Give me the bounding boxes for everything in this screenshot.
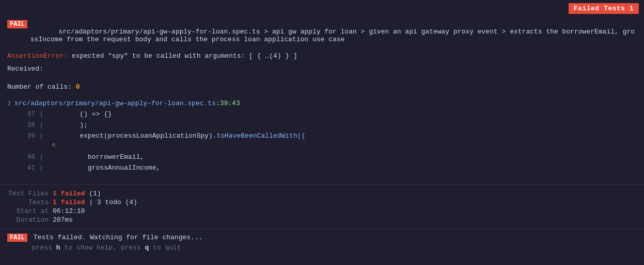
summary-start-at-label: Start at	[7, 207, 49, 215]
line-number-41: 41	[23, 163, 39, 174]
line-pipe-38: |	[39, 120, 43, 131]
fail-header-line: FAIL src/adaptors/primary/api-gw-apply-f…	[7, 20, 637, 51]
line-pipe-41: |	[39, 163, 43, 174]
colon-separator: :	[216, 100, 220, 107]
number-of-calls-label: Number of calls:	[7, 83, 76, 91]
summary-tests-label: Tests	[7, 198, 49, 206]
summary-test-files-value: 1 failed (1)	[53, 190, 101, 197]
press-hint-line: press h to show help, press q to quit	[32, 244, 637, 252]
line-number-38: 38	[23, 120, 39, 131]
caret-content: ^	[52, 141, 56, 152]
line-pipe-40: |	[39, 152, 43, 163]
fail-badge: FAIL	[7, 20, 27, 28]
summary-start-at: Start at 06:12:10	[7, 207, 637, 215]
code-line-38: 38 | );	[23, 120, 637, 131]
line-number-39: 39	[23, 131, 39, 142]
summary-duration: Duration 207ms	[7, 216, 637, 224]
summary-test-files: Test Files 1 failed (1)	[7, 190, 637, 197]
code-content-40: borrowerEmail,	[48, 152, 144, 163]
press-hint-suffix: to quit	[149, 244, 181, 252]
summary-start-at-value: 06:12:10	[53, 207, 85, 215]
summary-section: Test Files 1 failed (1) Tests 1 failed |…	[0, 190, 644, 224]
press-hint-prefix: press	[32, 244, 56, 252]
chevron-right-icon: ❯	[7, 99, 11, 107]
divider	[0, 184, 644, 185]
summary-duration-label: Duration	[7, 216, 49, 224]
number-of-calls-line: Number of calls: 0	[7, 83, 637, 91]
summary-test-files-label: Test Files	[7, 190, 49, 197]
failed-tests-badge: Failed Tests 1	[569, 3, 639, 14]
file-location-line: ❯ src/adaptors/primary/api-gw-apply-for-…	[7, 99, 637, 107]
footer-section: FAIL Tests failed. Watching for file cha…	[0, 229, 644, 256]
code-line-37: 37 | () => {}	[23, 109, 637, 120]
number-of-calls-value: 0	[76, 83, 80, 91]
file-line-col: 39:43	[220, 100, 240, 107]
summary-tests: Tests 1 failed | 3 todo (4)	[7, 198, 637, 206]
fail-spec-path: src/adaptors/primary/api-gw-apply-for-lo…	[55, 28, 260, 36]
received-label: Received:	[7, 65, 637, 73]
line-number-37: 37	[23, 109, 39, 120]
code-line-39: 39 | expect(processLoanApplicationSpy).t…	[23, 131, 637, 142]
code-content-41: grossAnnualIncome,	[48, 163, 160, 174]
top-bar: Failed Tests 1	[0, 0, 644, 17]
assertion-error-line: AssertionError: expected "spy" to be cal…	[7, 52, 637, 60]
press-hint-middle: to show help, press	[60, 244, 145, 252]
code-content-38: );	[48, 120, 88, 131]
code-line-41: 41 | grossAnnualIncome,	[23, 163, 637, 174]
code-block: 37 | () => {} 38 | ); 39 | expect(proces…	[7, 109, 637, 174]
summary-duration-value: 207ms	[53, 216, 73, 224]
press-h-key: h	[56, 244, 60, 252]
line-number-40: 40	[23, 152, 39, 163]
file-path: src/adaptors/primary/api-gw-apply-for-lo…	[14, 100, 216, 107]
footer-fail-badge: FAIL	[7, 234, 27, 242]
summary-tests-value: 1 failed | 3 todo (4)	[53, 198, 137, 206]
code-line-40: 40 | borrowerEmail,	[23, 152, 637, 163]
code-content-39: expect(processLoanApplicationSpy).toHave…	[48, 131, 305, 142]
main-content: FAIL src/adaptors/primary/api-gw-apply-f…	[0, 17, 644, 177]
assertion-error-message: expected "spy" to be called with argumen…	[68, 52, 297, 60]
line-pipe-37: |	[39, 109, 43, 120]
footer-message: Tests failed. Watching for file changes.…	[34, 234, 203, 241]
fail-path: src/adaptors/primary/api-gw-apply-for-lo…	[30, 20, 637, 51]
footer-fail-line: FAIL Tests failed. Watching for file cha…	[7, 234, 637, 242]
line-pipe-39: |	[39, 131, 43, 142]
code-content-37: () => {}	[48, 109, 112, 120]
code-line-caret: | ^	[23, 141, 637, 152]
assertion-error-label: AssertionError:	[7, 52, 68, 60]
